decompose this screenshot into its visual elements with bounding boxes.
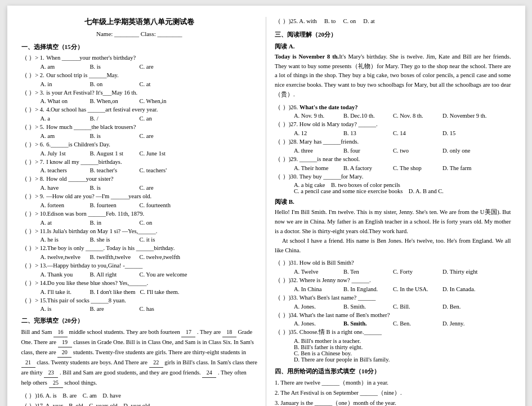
q29-opts: A. Their home B. A factory C. The shop D… <box>275 165 511 171</box>
passage-b: Hello! I'm Bill Smith. I'm twelve. This … <box>275 208 511 255</box>
question-8: （ ） > 8. How old ______your sister? <box>21 175 258 184</box>
q35: （ ） )35. Choose.情 B is a right one._____… <box>275 328 511 337</box>
cloze-questions: （ ） )16. A. is B. are C. am D. have （ ） … <box>21 391 258 406</box>
section1-title: 一、选择填空（15分） <box>21 43 258 51</box>
q26: （ ） )26. What's the date today? <box>275 103 511 112</box>
q6-options: A. July 1st B. August 1 st C. June 1st <box>21 150 258 157</box>
section2-passage: Bill and Sam 16 middle school students. … <box>21 327 258 388</box>
question-15: （ ） > 15. This pair of socks ______8 yua… <box>21 296 258 305</box>
q27-opts: A. 12 B. 13 C. 14 D. 15 <box>275 130 511 136</box>
q34-opts: A. Jones. B. Smith. C. Ben. D. Jenny. <box>275 320 511 327</box>
question-4: （ ） > 4. 4.Our school has ______art fest… <box>21 105 258 114</box>
name-class-line: Name: ________ Class: ________ <box>21 30 258 37</box>
q12-options: A. twelve,twelve B. twelfth,twelve C. tw… <box>21 254 258 260</box>
section2-title: 二、完形填空（20分） <box>21 316 258 325</box>
q33: （ ） )33. What's Ben's last name? ______ <box>275 293 511 302</box>
q28-opts: A. three B. four C. two D. only one <box>275 148 511 154</box>
q34: （ ） )34. What's the last name of Ben's m… <box>275 311 511 320</box>
q8-options: A. have B. is C. are <box>21 185 258 191</box>
q25: （ ） )25. A. with B. to C. on D. at <box>275 17 511 26</box>
q17: （ ） )17. A. year B. old C. years old D. … <box>21 401 258 406</box>
q10-options: A. at B. in C. on <box>21 220 258 226</box>
s4-q2: 2. The Art Festival is on September ____… <box>275 388 511 398</box>
right-column: （ ） )25. A. with B. to C. on D. at 三、阅读理… <box>266 17 511 406</box>
q31-opts: A. Twelve B. Ten C. Forty D. Thirty eigh… <box>275 269 511 275</box>
q26-opts: A. Nov. 9 th. B. Dec.10 th. C. Nov. 8 th… <box>275 113 511 119</box>
s4-q3: 3. January is the ______（one）month of th… <box>275 398 511 406</box>
passage-a: Today is November 8 th.It's Mary's birth… <box>275 52 511 100</box>
question-5: （ ） > 5. How much ______the black trouse… <box>21 123 258 132</box>
q4-options: A. a B. / C. an <box>21 115 258 122</box>
q7-options: A. teachers B. teacher's C. teachers' <box>21 167 258 173</box>
section4-title: 四、用所给词的适当形式填空（10分） <box>275 367 511 376</box>
q28: （ ） )28. Mary has ______friends. <box>275 137 511 146</box>
section4-questions: 1. There are twelve ______（month）in a ye… <box>275 378 511 406</box>
q32-opts: A. In China B. In England. C. In the USA… <box>275 286 511 292</box>
question-2: （ ） > 2. Our school trip is ______May. <box>21 71 258 80</box>
subsection-b-label: 阅读 B. <box>275 198 511 206</box>
exam-page: 七年级上学期英语第八单元测试卷 Name: ________ Class: __… <box>7 6 525 406</box>
q16: （ ） )16. A. is B. are C. am D. have <box>21 391 258 400</box>
q3-options: A. What on B. When,on C. When,in <box>21 98 258 104</box>
q27: （ ） )27. How old is Mary today? ______. <box>275 120 511 129</box>
q31: （ ） )31. How old is Bill Smith? <box>275 258 511 267</box>
section3-title: 三、阅读理解（20分） <box>275 30 511 39</box>
page-title: 七年级上学期英语第八单元测试卷 <box>21 17 258 27</box>
q9-options: A. forteen B. fourteen C. fourteenth <box>21 202 258 208</box>
q30: （ ） )30. They buy ______for Mary. <box>275 172 511 181</box>
s4-q1: 1. There are twelve ______（month）in a ye… <box>275 378 511 388</box>
reading-a-questions: （ ） )26. What's the date today? A. Nov. … <box>275 103 511 195</box>
question-9: （ ） > 9. —How old are you? —I'm ______ye… <box>21 192 258 201</box>
q32: （ ） )32. Where is Jenny now? ______. <box>275 276 511 285</box>
q15-options: A. is B. are C. has <box>21 306 258 312</box>
question-11: （ ） > 11. Is Julia's birthday on May 1 s… <box>21 227 258 236</box>
question-6: （ ） > 6. 6.______is Children's Day. <box>21 140 258 149</box>
question-10: （ ） > 10. Edison was born ______Feb. 11t… <box>21 209 258 218</box>
q1-options: A. am B. is C. are <box>21 64 258 70</box>
left-column: 七年级上学期英语第八单元测试卷 Name: ________ Class: __… <box>21 17 258 406</box>
reading-b-questions: （ ） )31. How old is Bill Smith? A. Twelv… <box>275 258 511 363</box>
question-14: （ ） > 14. Do you like these blue shoes? … <box>21 279 258 288</box>
q33-opts: A. Jones. B. Smith. C. Bill. D. Ben. <box>275 304 511 310</box>
question-3: （ ） > 3. is your Art Festival? It's___Ma… <box>21 88 258 97</box>
q29: （ ） )29. ______is near the school. <box>275 155 511 164</box>
q14-options: A. I'll take it. B. I don't like them C.… <box>21 289 258 295</box>
question-12: （ ） > 12. The boy is only ______. Today … <box>21 244 258 253</box>
q5-options: A. am B. is C. are <box>21 133 258 139</box>
subsection-a-label: 阅读 A. <box>275 42 511 51</box>
q11-options: A. he is B. she is C. it is <box>21 237 258 243</box>
question-1: （ ） > 1. When ______your mother's birthd… <box>21 53 258 63</box>
question-7: （ ） > 7. I know all my ______birthdays. <box>21 158 258 167</box>
q13-options: A. Thank you B. All right C. You are wel… <box>21 271 258 278</box>
q2-options: A. in B. on C. at <box>21 81 258 87</box>
question-13: （ ） > 13. —Happy birthday to you,Gina! -… <box>21 261 258 270</box>
